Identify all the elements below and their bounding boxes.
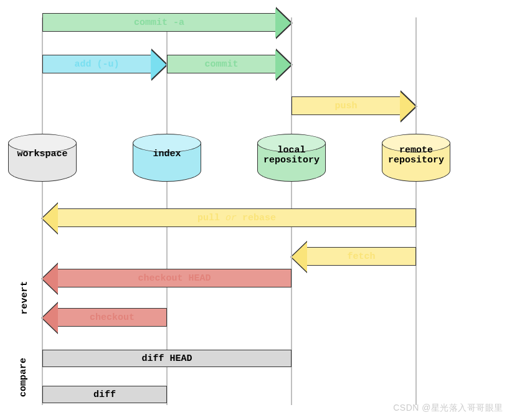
arrow-push: push xyxy=(292,96,400,115)
label-pull-rebase: pull or rebase xyxy=(197,213,276,223)
arrow-checkout: checkout xyxy=(58,308,167,327)
label-add-u: add (-u) xyxy=(74,59,119,70)
arrow-add-u: add (-u) xyxy=(42,55,151,73)
label-index: index xyxy=(133,149,201,159)
label-fetch: fetch xyxy=(347,251,375,262)
git-flow-diagram: commit -a add (-u) commit push workspace… xyxy=(0,0,512,420)
cylinder-index: index xyxy=(133,143,201,182)
section-compare: compare xyxy=(18,358,29,397)
label-remote: remoterepository xyxy=(382,146,450,166)
label-local: localrepository xyxy=(258,146,325,166)
label-workspace: workspace xyxy=(9,149,76,159)
cylinder-remote: remoterepository xyxy=(382,143,450,182)
label-diff-head: diff HEAD xyxy=(141,353,192,364)
watermark: CSDN @星光落入哥哥眼里 xyxy=(393,403,503,414)
arrow-fetch: fetch xyxy=(307,247,416,266)
cylinder-workspace: workspace xyxy=(8,143,77,182)
box-diff-head: diff HEAD xyxy=(42,350,292,367)
section-revert: revert xyxy=(19,281,30,314)
label-checkout-head: checkout HEAD xyxy=(138,273,211,284)
label-checkout: checkout xyxy=(90,312,135,323)
cylinder-local: localrepository xyxy=(257,143,326,182)
label-push: push xyxy=(334,101,357,111)
label-commit: commit xyxy=(204,59,238,70)
box-diff: diff xyxy=(42,386,167,403)
label-commit-a: commit -a xyxy=(134,17,184,28)
arrow-pull-rebase: pull or rebase xyxy=(58,208,416,227)
label-diff: diff xyxy=(93,390,116,400)
arrow-commit-a: commit -a xyxy=(42,13,275,32)
arrow-checkout-head: checkout HEAD xyxy=(58,269,292,287)
arrow-commit: commit xyxy=(167,55,275,73)
